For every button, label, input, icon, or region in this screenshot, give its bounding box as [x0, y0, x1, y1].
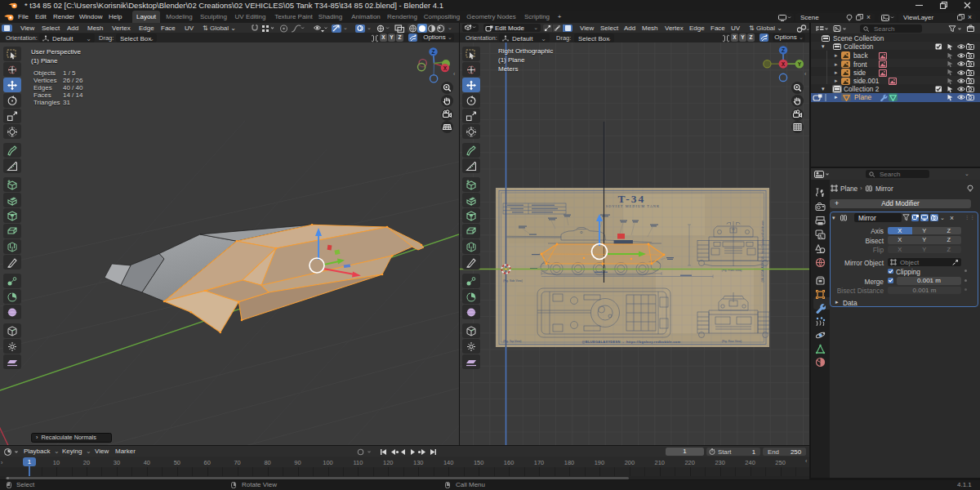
- svg-text:@BLUEGALAXYDESN - https://bg: @BLUEGALAXYDESN - https://bgalaxy.redbub…: [761, 220, 764, 283]
- svg-text:X: X: [782, 61, 786, 67]
- svg-text:Y: Y: [798, 61, 802, 67]
- svg-text:T-34: T-34: [618, 193, 646, 205]
- svg-text:Z: Z: [432, 49, 435, 55]
- svg-text:Z: Z: [782, 47, 785, 53]
- svg-text:(Fig. Rear View): (Fig. Rear View): [722, 340, 742, 343]
- svg-text:SOVIET MEDIUM TANK: SOVIET MEDIUM TANK: [606, 204, 661, 208]
- svg-text:X: X: [443, 65, 448, 71]
- svg-text:@BLUEGALAXYDESN - https://bg: @BLUEGALAXYDESN - https://bgalaxy.redbub…: [582, 340, 681, 344]
